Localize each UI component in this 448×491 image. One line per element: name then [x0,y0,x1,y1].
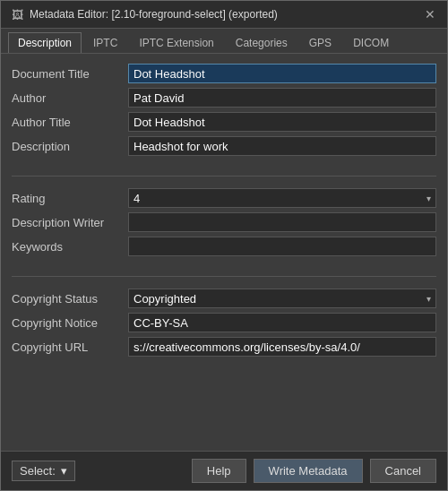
content-area: Document Title Author Author Title Descr… [1,54,447,451]
title-bar-left: 🖼 Metadata Editor: [2.10-foreground-sele… [10,7,278,22]
description-input[interactable] [128,136,436,156]
tab-categories[interactable]: Categories [226,32,297,53]
keywords-label: Keywords [12,240,128,254]
title-bar: 🖼 Metadata Editor: [2.10-foreground-sele… [1,1,447,29]
metadata-editor-window: 🖼 Metadata Editor: [2.10-foreground-sele… [0,0,448,491]
rating-row: Rating 0 1 2 3 4 5 ▾ [12,187,436,209]
author-title-label: Author Title [12,116,128,129]
copyright-section: Copyright Status Unknown Copyrighted Pub… [12,288,436,360]
window-title: Metadata Editor: [2.10-foreground-select… [30,8,278,21]
tab-iptc-extension[interactable]: IPTC Extension [129,32,223,53]
copyright-url-input[interactable] [128,337,436,357]
author-row: Author [12,87,436,108]
copyright-notice-row: Copyright Notice [12,312,436,333]
description-writer-label: Description Writer [12,216,128,229]
tab-gps[interactable]: GPS [299,32,341,53]
description-writer-input[interactable] [128,212,436,232]
rating-select[interactable]: 0 1 2 3 4 5 [128,188,436,208]
select-dropdown-label: Select: [20,464,56,478]
help-button[interactable]: Help [192,459,246,483]
basic-info-section: Document Title Author Author Title Descr… [12,63,436,159]
copyright-status-row: Copyright Status Unknown Copyrighted Pub… [12,288,436,309]
author-label: Author [12,91,128,105]
cancel-button[interactable]: Cancel [370,459,436,483]
bottom-bar: Select: ▾ Help Write Metadata Cancel [1,451,447,490]
description-label: Description [12,140,128,153]
tab-description[interactable]: Description [8,32,82,53]
author-input[interactable] [128,88,436,108]
copyright-status-select[interactable]: Unknown Copyrighted Public Domain [128,289,436,308]
window-icon: 🖼 [10,7,24,22]
select-dropdown[interactable]: Select: ▾ [12,461,75,481]
description-row: Description [12,135,436,157]
copyright-status-select-wrapper: Unknown Copyrighted Public Domain ▾ [128,289,436,308]
divider-2 [12,276,436,277]
description-writer-row: Description Writer [12,211,436,233]
copyright-status-label: Copyright Status [12,292,128,306]
button-group: Help Write Metadata Cancel [192,459,436,483]
copyright-notice-input[interactable] [128,313,436,332]
document-title-row: Document Title [12,63,436,84]
author-title-input[interactable] [128,112,436,132]
rating-section: Rating 0 1 2 3 4 5 ▾ Description Writer [12,187,436,260]
keywords-input[interactable] [128,237,436,256]
tab-iptc[interactable]: IPTC [83,32,127,53]
copyright-notice-label: Copyright Notice [12,316,128,330]
divider-1 [12,176,436,177]
copyright-url-row: Copyright URL [12,336,436,357]
rating-select-wrapper: 0 1 2 3 4 5 ▾ [128,188,436,208]
tab-dicom[interactable]: DICOM [343,32,399,53]
tab-bar: Description IPTC IPTC Extension Categori… [1,29,447,54]
document-title-input[interactable] [128,64,436,83]
close-button[interactable]: ✕ [422,6,438,22]
rating-label: Rating [12,192,128,205]
write-metadata-button[interactable]: Write Metadata [254,459,363,483]
keywords-row: Keywords [12,236,436,257]
copyright-url-label: Copyright URL [12,340,128,354]
select-dropdown-chevron-icon: ▾ [61,464,67,478]
document-title-label: Document Title [12,67,128,81]
author-title-row: Author Title [12,111,436,133]
